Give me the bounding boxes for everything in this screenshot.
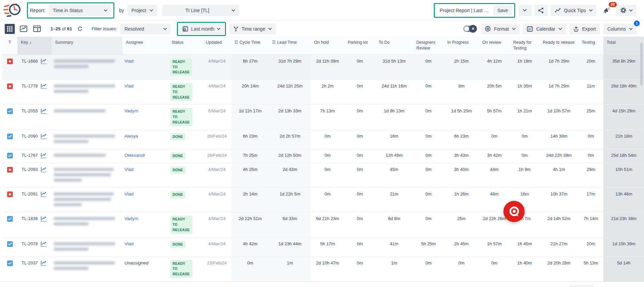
- saved-reports-dropdown-button[interactable]: [519, 5, 531, 16]
- status-badge: DONE: [170, 133, 185, 141]
- column-header-total[interactable]: Total: [603, 37, 644, 55]
- issue-key-link[interactable]: TL-1778: [22, 83, 38, 89]
- period-select[interactable]: Last month: [179, 24, 224, 34]
- column-header-to-do[interactable]: To Do: [375, 37, 413, 55]
- time-value-cell: 25m: [444, 212, 479, 237]
- chart-view-button[interactable]: [19, 25, 28, 33]
- time-value-cell: 0m: [344, 55, 375, 79]
- grid-view-button[interactable]: [5, 24, 15, 34]
- table-row[interactable]: TL-2055VadymREADY TO RELEASE6/Mar/241d 1…: [2, 105, 644, 130]
- issue-key-link[interactable]: TL-2055: [22, 108, 38, 114]
- filter-status-select[interactable]: Resolved: [120, 24, 171, 34]
- notifications-button[interactable]: 20: [600, 5, 613, 16]
- issue-key-link[interactable]: TL-2090: [22, 133, 38, 139]
- vertical-scrollbar[interactable]: [640, 43, 643, 85]
- issue-summary-redacted: [52, 80, 122, 105]
- column-header-t[interactable]: T: [2, 37, 17, 55]
- assignee-link[interactable]: Oleksandr: [124, 153, 145, 158]
- column-header-ready-for-testing[interactable]: Ready for Testing: [510, 37, 539, 55]
- share-button[interactable]: [535, 5, 547, 16]
- time-value-cell: 1h 26m: [444, 188, 479, 212]
- time-value-cell: 0m: [344, 130, 375, 149]
- issue-key-link[interactable]: TL-2093: [22, 167, 38, 173]
- rows-per-page-select[interactable]: 25: [570, 285, 594, 287]
- issue-summary-redacted: [52, 149, 122, 163]
- column-header-testing[interactable]: Testing: [578, 37, 603, 55]
- issue-chart-icon[interactable]: [41, 59, 46, 64]
- issue-chart-icon[interactable]: [41, 216, 46, 221]
- column-header-cycle-time[interactable]: Cycle Time: [231, 37, 269, 55]
- settings-button[interactable]: [616, 5, 637, 16]
- time-value-cell: 3h 42m: [479, 149, 510, 163]
- report-type-select[interactable]: Time in Status: [49, 5, 111, 16]
- assignee-link[interactable]: Vlad: [124, 167, 134, 172]
- time-range-button[interactable]: Time range: [229, 24, 275, 34]
- table-row[interactable]: TL-1767OleksandrDONE28/Feb/247h 25m2d 12…: [2, 149, 644, 163]
- column-header-ready-to-release[interactable]: Ready to release: [539, 37, 578, 55]
- column-header-in-progress[interactable]: In Progress: [444, 37, 479, 55]
- column-header-updated[interactable]: Updated: [202, 37, 231, 55]
- columns-button[interactable]: Columns 1: [603, 24, 637, 34]
- issue-chart-icon[interactable]: [41, 134, 46, 139]
- issue-chart-icon[interactable]: [41, 153, 46, 158]
- issue-key-link[interactable]: TL-2037: [22, 260, 38, 266]
- issue-key-link[interactable]: TL-2078: [22, 241, 38, 247]
- time-value-cell: 4h 1m: [539, 163, 578, 188]
- column-header-parking-lot[interactable]: Parking lot: [344, 37, 375, 55]
- issue-chart-icon[interactable]: [41, 191, 46, 197]
- assignee-link[interactable]: Vadym: [124, 108, 138, 113]
- time-value-cell: 7h 14m: [578, 212, 603, 237]
- assignee-link[interactable]: Vlad: [124, 59, 134, 64]
- assignee-link[interactable]: Vlad: [124, 83, 134, 88]
- column-header-assignee[interactable]: Assignee: [122, 37, 168, 55]
- column-header-designers-review[interactable]: Designers Review: [413, 37, 444, 55]
- table-row[interactable]: TL-2078VladDONE4/Mar/244h 42m1d 23h 44m5…: [2, 237, 644, 256]
- column-header-on-review[interactable]: On review: [479, 37, 510, 55]
- issue-chart-icon[interactable]: [41, 241, 46, 247]
- split-tune-icon: [233, 26, 238, 32]
- issue-key-link[interactable]: TL-2091: [22, 191, 38, 197]
- toggle-switch[interactable]: ✕: [463, 26, 476, 32]
- time-value-cell: 0m: [479, 256, 510, 281]
- table-row[interactable]: TL-2037UnassignedREADY TO RELEASE23/Feb/…: [2, 256, 644, 281]
- group-by-select[interactable]: Project: [127, 5, 157, 16]
- calendar-button[interactable]: Calendar: [523, 24, 566, 34]
- time-value-cell: 25d 18h 54m: [603, 149, 644, 163]
- refresh-button[interactable]: [77, 26, 83, 32]
- issue-chart-icon[interactable]: [41, 83, 46, 89]
- project-select[interactable]: TI Line [TL]: [162, 5, 239, 16]
- assignee-link[interactable]: Vadym: [124, 216, 138, 221]
- issue-chart-icon[interactable]: [41, 260, 46, 266]
- table-row[interactable]: TL-1778VladREADY TO RELEASE4/Mar/2420h 1…: [2, 80, 644, 105]
- assignee-link[interactable]: Alesya: [124, 134, 138, 139]
- save-button[interactable]: Save: [493, 5, 512, 15]
- support-chat-button[interactable]: [503, 201, 525, 222]
- table-row[interactable]: TL-1838VadymREADY TO RELEASE4/Mar/242d 2…: [2, 212, 644, 237]
- table-row[interactable]: TL-1666VladREADY TO RELEASE4/Mar/246h 27…: [2, 55, 644, 79]
- time-value-cell: 20m: [578, 55, 603, 79]
- assignee-link[interactable]: Vlad: [124, 191, 134, 196]
- redacted-summary-line: [54, 222, 88, 225]
- time-value-cell: 1h 9m: [510, 163, 539, 188]
- issue-chart-icon[interactable]: [41, 108, 46, 114]
- issue-key-link[interactable]: TL-1666: [22, 58, 38, 64]
- time-value-cell: 0m: [479, 130, 510, 149]
- export-button[interactable]: Export: [569, 24, 600, 34]
- issue-chart-icon[interactable]: [41, 167, 46, 172]
- column-header-key[interactable]: Key↓: [17, 37, 52, 55]
- redacted-summary-line: [54, 192, 114, 195]
- column-header-lead-time[interactable]: Lead Time: [269, 37, 311, 55]
- table-row[interactable]: TL-2090AlesyaDONE28/Feb/246h 23m2d 2h 57…: [2, 130, 644, 149]
- column-header-summary[interactable]: Summary: [52, 37, 122, 55]
- saved-report-name[interactable]: Project Report | Last …: [437, 8, 490, 13]
- issue-key-link[interactable]: TL-1838: [22, 216, 38, 222]
- quick-tips-button[interactable]: Quick Tips: [551, 5, 597, 16]
- column-header-on-hold[interactable]: On hold: [311, 37, 344, 55]
- table-row[interactable]: TL-2091VladDONE4/Mar/242h 14m1d 22h 5m0m…: [2, 188, 644, 212]
- format-button[interactable]: Format: [481, 24, 520, 34]
- assignee-link[interactable]: Vlad: [124, 241, 134, 246]
- column-header-status[interactable]: Status: [168, 37, 202, 55]
- board-view-button[interactable]: [32, 25, 42, 33]
- table-row[interactable]: TL-2093VladDONE4/Mar/244h 25m2d 43m0m0m4…: [2, 163, 644, 188]
- issue-key-link[interactable]: TL-1767: [22, 152, 38, 158]
